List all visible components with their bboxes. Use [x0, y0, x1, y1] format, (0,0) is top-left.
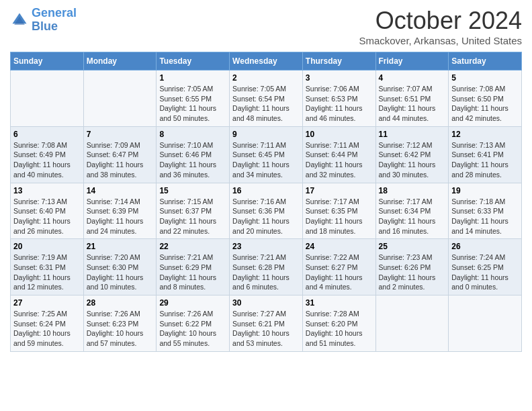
logo-icon — [10, 11, 29, 30]
day-info: Sunrise: 7:05 AMSunset: 6:54 PMDaylight:… — [232, 85, 290, 122]
day-info: Sunrise: 7:19 AMSunset: 6:31 PMDaylight:… — [13, 253, 71, 291]
day-info: Sunrise: 7:18 AMSunset: 6:33 PMDaylight:… — [451, 197, 508, 235]
day-number: 15 — [159, 186, 226, 195]
calendar-cell: 10Sunrise: 7:11 AMSunset: 6:44 PMDayligh… — [302, 126, 375, 183]
day-info: Sunrise: 7:16 AMSunset: 6:36 PMDaylight:… — [232, 197, 290, 235]
day-number: 17 — [306, 186, 373, 195]
day-number: 7 — [87, 130, 154, 139]
calendar-cell: 29Sunrise: 7:26 AMSunset: 6:22 PMDayligh… — [157, 295, 230, 352]
day-info: Sunrise: 7:24 AMSunset: 6:25 PMDaylight:… — [451, 253, 508, 291]
day-info: Sunrise: 7:11 AMSunset: 6:44 PMDaylight:… — [306, 141, 363, 179]
day-info: Sunrise: 7:06 AMSunset: 6:53 PMDaylight:… — [306, 85, 363, 122]
day-info: Sunrise: 7:23 AMSunset: 6:26 PMDaylight:… — [379, 253, 436, 291]
day-number: 9 — [232, 130, 300, 139]
day-info: Sunrise: 7:28 AMSunset: 6:20 PMDaylight:… — [306, 310, 363, 347]
calendar-cell: 21Sunrise: 7:20 AMSunset: 6:30 PMDayligh… — [83, 239, 157, 295]
day-info: Sunrise: 7:13 AMSunset: 6:40 PMDaylight:… — [13, 197, 71, 235]
weekday-header-friday: Friday — [375, 52, 449, 71]
calendar-week-row: 13Sunrise: 7:13 AMSunset: 6:40 PMDayligh… — [11, 183, 522, 239]
day-info: Sunrise: 7:17 AMSunset: 6:35 PMDaylight:… — [306, 197, 363, 235]
day-number: 27 — [13, 298, 81, 308]
day-info: Sunrise: 7:11 AMSunset: 6:45 PMDaylight:… — [232, 141, 290, 179]
day-number: 6 — [13, 130, 81, 139]
day-number: 28 — [87, 298, 154, 308]
day-number: 31 — [306, 298, 373, 308]
day-info: Sunrise: 7:09 AMSunset: 6:47 PMDaylight:… — [87, 141, 144, 179]
location: Smackover, Arkansas, United States — [359, 35, 522, 46]
day-number: 30 — [232, 298, 300, 308]
calendar-cell: 19Sunrise: 7:18 AMSunset: 6:33 PMDayligh… — [449, 183, 522, 239]
calendar-cell: 6Sunrise: 7:08 AMSunset: 6:49 PMDaylight… — [11, 126, 84, 183]
day-number: 22 — [159, 242, 226, 251]
day-number: 25 — [379, 242, 446, 251]
day-info: Sunrise: 7:21 AMSunset: 6:29 PMDaylight:… — [159, 253, 216, 291]
day-info: Sunrise: 7:10 AMSunset: 6:46 PMDaylight:… — [159, 141, 216, 179]
day-info: Sunrise: 7:12 AMSunset: 6:42 PMDaylight:… — [379, 141, 436, 179]
calendar-cell: 22Sunrise: 7:21 AMSunset: 6:29 PMDayligh… — [157, 239, 230, 295]
weekday-header-row: SundayMondayTuesdayWednesdayThursdayFrid… — [11, 52, 522, 71]
calendar-cell: 18Sunrise: 7:17 AMSunset: 6:34 PMDayligh… — [375, 183, 449, 239]
calendar-cell: 1Sunrise: 7:05 AMSunset: 6:55 PMDaylight… — [157, 71, 230, 127]
day-info: Sunrise: 7:25 AMSunset: 6:24 PMDaylight:… — [13, 310, 71, 347]
calendar-cell: 27Sunrise: 7:25 AMSunset: 6:24 PMDayligh… — [11, 295, 84, 352]
weekday-header-monday: Monday — [83, 52, 157, 71]
weekday-header-sunday: Sunday — [11, 52, 84, 71]
weekday-header-saturday: Saturday — [449, 52, 522, 71]
calendar-cell: 5Sunrise: 7:08 AMSunset: 6:50 PMDaylight… — [449, 71, 522, 127]
day-number: 29 — [159, 298, 226, 308]
calendar-cell: 3Sunrise: 7:06 AMSunset: 6:53 PMDaylight… — [302, 71, 375, 127]
calendar-cell: 23Sunrise: 7:21 AMSunset: 6:28 PMDayligh… — [230, 239, 303, 295]
calendar-week-row: 6Sunrise: 7:08 AMSunset: 6:49 PMDaylight… — [11, 126, 522, 183]
title-block: October 2024 Smackover, Arkansas, United… — [359, 7, 522, 46]
day-number: 18 — [379, 186, 446, 195]
weekday-header-tuesday: Tuesday — [157, 52, 230, 71]
logo-text: General Blue — [32, 7, 77, 34]
day-number: 13 — [13, 186, 81, 195]
calendar-cell: 11Sunrise: 7:12 AMSunset: 6:42 PMDayligh… — [375, 126, 449, 183]
calendar-cell: 14Sunrise: 7:14 AMSunset: 6:39 PMDayligh… — [83, 183, 157, 239]
weekday-header-thursday: Thursday — [302, 52, 375, 71]
calendar-cell — [11, 71, 84, 127]
logo-line2: Blue — [32, 19, 58, 33]
calendar-week-row: 1Sunrise: 7:05 AMSunset: 6:55 PMDaylight… — [11, 71, 522, 127]
calendar-cell: 25Sunrise: 7:23 AMSunset: 6:26 PMDayligh… — [375, 239, 449, 295]
day-number: 12 — [451, 130, 519, 139]
day-info: Sunrise: 7:08 AMSunset: 6:50 PMDaylight:… — [451, 85, 508, 122]
calendar-cell: 2Sunrise: 7:05 AMSunset: 6:54 PMDaylight… — [230, 71, 303, 127]
day-number: 21 — [87, 242, 154, 251]
day-info: Sunrise: 7:22 AMSunset: 6:27 PMDaylight:… — [306, 253, 363, 291]
calendar-cell: 4Sunrise: 7:07 AMSunset: 6:51 PMDaylight… — [375, 71, 449, 127]
calendar-cell: 17Sunrise: 7:17 AMSunset: 6:35 PMDayligh… — [302, 183, 375, 239]
calendar-cell: 20Sunrise: 7:19 AMSunset: 6:31 PMDayligh… — [11, 239, 84, 295]
day-number: 11 — [379, 130, 446, 139]
day-info: Sunrise: 7:27 AMSunset: 6:21 PMDaylight:… — [232, 310, 290, 347]
logo-line1: General — [32, 6, 77, 19]
calendar-cell: 12Sunrise: 7:13 AMSunset: 6:41 PMDayligh… — [449, 126, 522, 183]
day-number: 16 — [232, 186, 300, 195]
calendar-cell: 15Sunrise: 7:15 AMSunset: 6:37 PMDayligh… — [157, 183, 230, 239]
day-number: 10 — [306, 130, 373, 139]
day-number: 19 — [451, 186, 519, 195]
calendar-cell: 9Sunrise: 7:11 AMSunset: 6:45 PMDaylight… — [230, 126, 303, 183]
calendar-cell: 16Sunrise: 7:16 AMSunset: 6:36 PMDayligh… — [230, 183, 303, 239]
calendar-cell: 8Sunrise: 7:10 AMSunset: 6:46 PMDaylight… — [157, 126, 230, 183]
day-number: 8 — [159, 130, 226, 139]
day-info: Sunrise: 7:26 AMSunset: 6:23 PMDaylight:… — [87, 310, 144, 347]
day-number: 2 — [232, 73, 300, 83]
calendar-cell — [449, 295, 522, 352]
calendar-week-row: 20Sunrise: 7:19 AMSunset: 6:31 PMDayligh… — [11, 239, 522, 295]
day-number: 24 — [306, 242, 373, 251]
calendar-cell: 28Sunrise: 7:26 AMSunset: 6:23 PMDayligh… — [83, 295, 157, 352]
day-info: Sunrise: 7:20 AMSunset: 6:30 PMDaylight:… — [87, 253, 144, 291]
day-number: 3 — [306, 73, 373, 83]
day-number: 23 — [232, 242, 300, 251]
calendar-cell: 7Sunrise: 7:09 AMSunset: 6:47 PMDaylight… — [83, 126, 157, 183]
calendar-cell — [375, 295, 449, 352]
calendar-cell: 31Sunrise: 7:28 AMSunset: 6:20 PMDayligh… — [302, 295, 375, 352]
day-info: Sunrise: 7:08 AMSunset: 6:49 PMDaylight:… — [13, 141, 71, 179]
day-info: Sunrise: 7:13 AMSunset: 6:41 PMDaylight:… — [451, 141, 508, 179]
calendar-table: SundayMondayTuesdayWednesdayThursdayFrid… — [10, 52, 522, 352]
calendar-cell: 30Sunrise: 7:27 AMSunset: 6:21 PMDayligh… — [230, 295, 303, 352]
day-info: Sunrise: 7:07 AMSunset: 6:51 PMDaylight:… — [379, 85, 436, 122]
calendar-cell: 24Sunrise: 7:22 AMSunset: 6:27 PMDayligh… — [302, 239, 375, 295]
